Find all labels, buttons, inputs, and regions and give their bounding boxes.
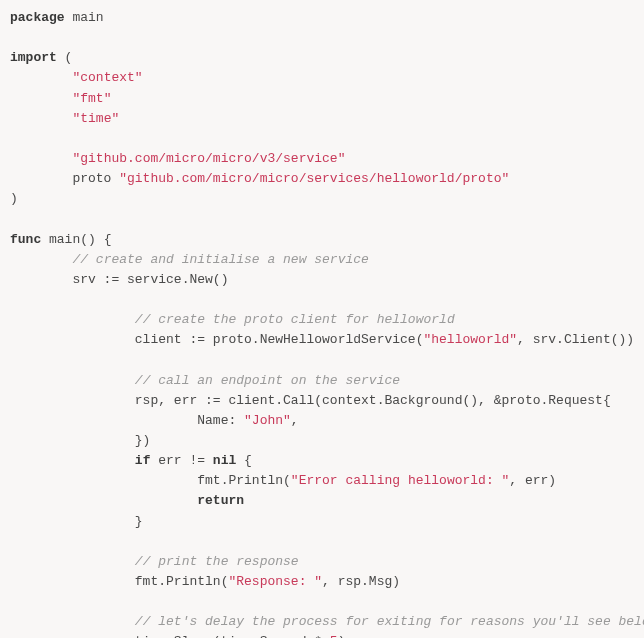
import-proto-path: "github.com/micro/micro/services/hellowo… xyxy=(119,171,509,186)
line-srv-new: srv := service.New() xyxy=(10,272,228,287)
import-service: "github.com/micro/micro/v3/service" xyxy=(72,151,345,166)
line-sleep-c: ) xyxy=(338,634,346,638)
import-paren-close: ) xyxy=(10,191,18,206)
comment-delay: // let's delay the process for exiting f… xyxy=(135,614,644,629)
string-response: "Response: " xyxy=(228,574,322,589)
line-if-d: { xyxy=(236,453,252,468)
line-call-c: proto.Request{ xyxy=(502,393,611,408)
string-john: "John" xyxy=(244,413,291,428)
line-client-new-a: client := proto.NewHelloworldService( xyxy=(10,332,423,347)
import-context: "context" xyxy=(72,70,142,85)
line-println-err-c: , err) xyxy=(509,473,556,488)
line-client-new-c: , srv.Client()) xyxy=(517,332,634,347)
line-name-c: , xyxy=(291,413,299,428)
code-block: package main import ( "context" "fmt" "t… xyxy=(10,8,634,638)
string-helloworld: "helloworld" xyxy=(423,332,517,347)
number-5: 5 xyxy=(330,634,338,638)
line-call-a: rsp, err := client.Call(context.Backgrou… xyxy=(10,393,494,408)
import-fmt: "fmt" xyxy=(72,91,111,106)
string-error: "Error calling helloworld: " xyxy=(291,473,509,488)
comment-call-endpoint: // call an endpoint on the service xyxy=(135,373,400,388)
import-proto-alias: proto xyxy=(10,171,119,186)
line-println-rsp-a: fmt.Println( xyxy=(10,574,228,589)
line-sleep-a: time.Sleep(time.Second * xyxy=(10,634,330,638)
amp: & xyxy=(494,393,502,408)
import-time: "time" xyxy=(72,111,119,126)
line-println-rsp-c: , rsp.Msg) xyxy=(322,574,400,589)
package-name: main xyxy=(65,10,104,25)
line-name-a: Name: xyxy=(10,413,244,428)
line-close-brace: }) xyxy=(10,433,150,448)
keyword-nil: nil xyxy=(213,453,236,468)
keyword-func: func xyxy=(10,232,41,247)
comment-create-client: // create the proto client for helloworl… xyxy=(135,312,455,327)
line-if-b: err != xyxy=(150,453,212,468)
line-close-if: } xyxy=(10,514,143,529)
import-paren-open: ( xyxy=(57,50,73,65)
line-println-err-a: fmt.Println( xyxy=(10,473,291,488)
keyword-import: import xyxy=(10,50,57,65)
keyword-if: if xyxy=(135,453,151,468)
keyword-package: package xyxy=(10,10,65,25)
comment-create-service: // create and initialise a new service xyxy=(72,252,368,267)
func-main-sig: main() { xyxy=(41,232,111,247)
comment-print-response: // print the response xyxy=(135,554,299,569)
keyword-return: return xyxy=(197,493,244,508)
